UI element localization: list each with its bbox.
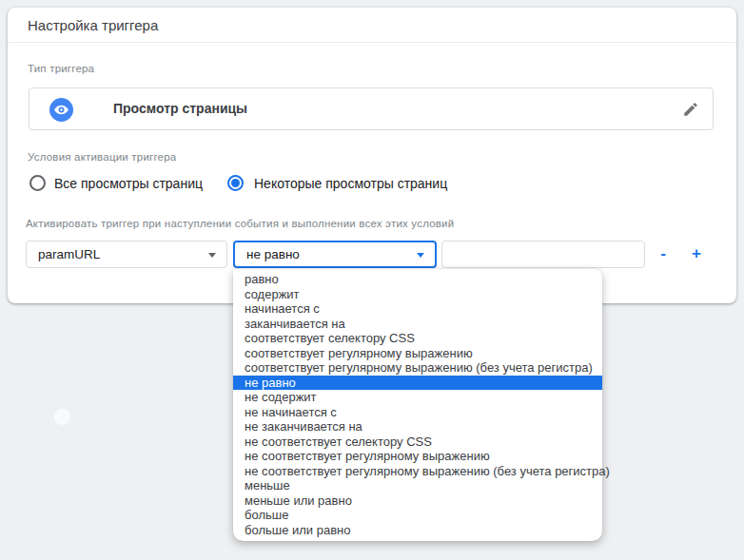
conditions-label: Условия активации триггера xyxy=(28,151,176,163)
pencil-icon[interactable] xyxy=(682,101,699,118)
radio-all-pageviews-label[interactable]: Все просмотры страниц xyxy=(54,176,203,191)
dropdown-option[interactable]: не начинается с xyxy=(233,405,602,420)
condition-value-input[interactable] xyxy=(441,241,645,268)
filter-condition-row: paramURL не равно - + xyxy=(8,241,736,268)
dropdown-option[interactable]: не соответствует регулярному выражению xyxy=(233,449,602,464)
filter-label: Активировать триггер при наступлении соб… xyxy=(26,218,454,229)
dropdown-option[interactable]: заканчивается на xyxy=(233,317,602,332)
dropdown-option[interactable]: начинается с xyxy=(233,301,602,317)
dropdown-option[interactable]: меньше xyxy=(233,478,602,493)
dropdown-option[interactable]: не содержит xyxy=(233,390,602,405)
trigger-settings-card: Настройка триггера Тип триггера Просмотр… xyxy=(8,8,736,303)
page-title: Настройка триггера xyxy=(8,8,736,43)
remove-condition-button[interactable]: - xyxy=(655,241,672,268)
dropdown-option[interactable]: не равно xyxy=(233,376,602,391)
add-condition-button[interactable]: + xyxy=(688,241,705,268)
chevron-down-icon xyxy=(208,253,216,258)
eye-icon xyxy=(49,98,73,122)
dropdown-option[interactable]: больше или равно xyxy=(233,523,602,538)
dropdown-option[interactable]: больше xyxy=(233,508,602,523)
trigger-type-box[interactable]: Просмотр страницы xyxy=(29,87,714,130)
radio-all-pageviews[interactable] xyxy=(29,175,46,191)
dropdown-option[interactable]: соответствует регулярному выражению xyxy=(233,346,602,361)
dropdown-option[interactable]: содержит xyxy=(233,287,602,302)
dropdown-option[interactable]: равно xyxy=(233,272,602,287)
variable-select[interactable]: paramURL xyxy=(26,241,227,268)
dropdown-option[interactable]: не соответствует регулярному выражению (… xyxy=(233,464,602,479)
dropdown-option[interactable]: не соответствует селектору CSS xyxy=(233,434,602,450)
background-dot xyxy=(54,409,70,425)
operator-select-value: не равно xyxy=(246,247,300,261)
operator-select[interactable]: не равно xyxy=(233,241,437,268)
radio-some-pageviews[interactable] xyxy=(227,175,244,191)
trigger-type-value: Просмотр страницы xyxy=(113,88,247,129)
variable-select-value: paramURL xyxy=(38,247,100,261)
radio-some-pageviews-label[interactable]: Некоторые просмотры страниц xyxy=(254,176,447,191)
dropdown-option[interactable]: соответствует селектору CSS xyxy=(233,331,602,346)
dropdown-option[interactable]: не заканчивается на xyxy=(233,419,602,434)
dropdown-option[interactable]: соответствует регулярному выражению (без… xyxy=(233,360,602,376)
conditions-radio-group: Все просмотры страниц Некоторые просмотр… xyxy=(8,175,736,192)
dropdown-option[interactable]: меньше или равно xyxy=(233,493,602,509)
chevron-down-icon xyxy=(417,253,424,258)
operator-dropdown-menu: равносодержитначинается сзаканчивается н… xyxy=(233,269,602,541)
trigger-type-label: Тип триггера xyxy=(28,63,94,74)
